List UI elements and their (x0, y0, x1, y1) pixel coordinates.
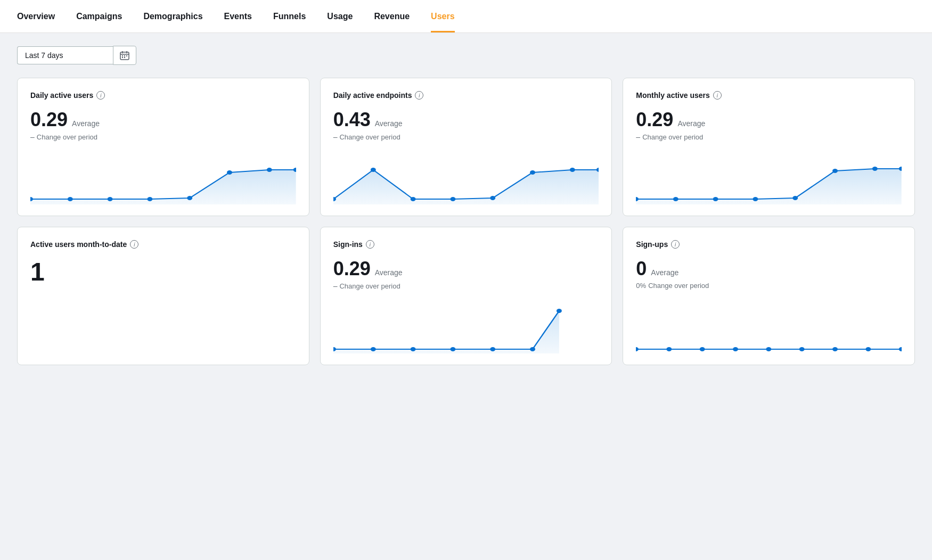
date-input[interactable] (17, 46, 113, 64)
nav-item-events[interactable]: Events (224, 0, 252, 32)
svg-point-47 (733, 347, 738, 351)
svg-point-51 (866, 347, 871, 351)
nav-item-overview[interactable]: Overview (17, 0, 55, 32)
svg-point-52 (899, 347, 902, 351)
card-value-daily-active-endpoints: 0.43 Average (333, 110, 599, 129)
date-filter-row (17, 46, 915, 65)
calendar-button[interactable] (113, 46, 136, 65)
svg-point-34 (872, 167, 878, 171)
cards-grid: Daily active users i 0.29 Average – Chan… (17, 78, 915, 365)
card-change-daily-active-endpoints: – Change over period (333, 133, 599, 141)
card-title-sign-ups: Sign-ups i (636, 240, 902, 249)
info-icon-sign-ups[interactable]: i (671, 240, 680, 249)
chart-daily-active-users (30, 150, 296, 207)
svg-point-39 (410, 347, 415, 351)
chart-sign-ins (333, 299, 599, 356)
card-change-sign-ups: 0% Change over period (636, 282, 902, 290)
svg-point-12 (108, 197, 113, 201)
card-value-daily-active-users: 0.29 Average (30, 110, 296, 129)
nav-item-revenue[interactable]: Revenue (374, 0, 410, 32)
svg-marker-36 (333, 311, 559, 353)
svg-point-40 (450, 347, 455, 351)
svg-point-21 (410, 197, 415, 201)
svg-point-48 (766, 347, 772, 351)
card-value-monthly-active-users: 0.29 Average (636, 110, 902, 129)
svg-point-30 (713, 197, 718, 201)
main-content: Daily active users i 0.29 Average – Chan… (0, 33, 932, 378)
svg-point-50 (832, 347, 838, 351)
card-monthly-active-users: Monthly active users i 0.29 Average – Ch… (623, 78, 915, 216)
svg-point-45 (667, 347, 672, 351)
svg-point-22 (450, 197, 455, 201)
svg-point-41 (490, 347, 495, 351)
svg-point-14 (187, 196, 192, 200)
info-icon-monthly-active-users[interactable]: i (713, 91, 722, 100)
card-title-active-users-mtd: Active users month-to-date i (30, 240, 296, 249)
nav-item-users[interactable]: Users (431, 0, 454, 32)
top-navigation: Overview Campaigns Demographics Events F… (0, 0, 932, 33)
svg-rect-7 (122, 57, 123, 58)
svg-point-49 (799, 347, 805, 351)
nav-item-usage[interactable]: Usage (327, 0, 353, 32)
card-sign-ups: Sign-ups i 0 Average 0% Change over peri… (623, 227, 915, 365)
svg-point-15 (227, 170, 232, 175)
info-icon-daily-active-endpoints[interactable]: i (415, 91, 423, 100)
card-title-daily-active-endpoints: Daily active endpoints i (333, 91, 599, 100)
svg-point-16 (267, 168, 272, 172)
svg-point-13 (147, 197, 152, 201)
svg-point-46 (700, 347, 705, 351)
svg-point-42 (530, 347, 535, 351)
card-title-sign-ins: Sign-ins i (333, 240, 599, 249)
card-daily-active-endpoints: Daily active endpoints i 0.43 Average – … (320, 78, 612, 216)
info-icon-active-users-mtd[interactable]: i (130, 240, 138, 249)
svg-rect-5 (124, 55, 125, 56)
svg-point-31 (753, 197, 758, 201)
calendar-icon (120, 51, 129, 60)
card-change-sign-ins: – Change over period (333, 282, 599, 290)
card-daily-active-users: Daily active users i 0.29 Average – Chan… (17, 78, 309, 216)
svg-point-38 (370, 347, 375, 351)
card-title-daily-active-users: Daily active users i (30, 91, 296, 100)
chart-sign-ups (636, 298, 902, 356)
svg-point-44 (636, 347, 639, 351)
nav-item-campaigns[interactable]: Campaigns (76, 0, 122, 32)
svg-point-25 (569, 168, 575, 172)
svg-point-32 (793, 196, 798, 200)
card-value-sign-ins: 0.29 Average (333, 259, 599, 278)
svg-point-33 (832, 169, 838, 173)
card-sign-ins: Sign-ins i 0.29 Average – Change over pe… (320, 227, 612, 365)
svg-point-29 (673, 197, 678, 201)
info-icon-sign-ins[interactable]: i (366, 240, 374, 249)
card-active-users-mtd: Active users month-to-date i 1 (17, 227, 309, 365)
nav-item-demographics[interactable]: Demographics (143, 0, 202, 32)
nav-item-funnels[interactable]: Funnels (273, 0, 306, 32)
chart-daily-active-endpoints (333, 150, 599, 207)
card-value-sign-ups: 0 Average (636, 259, 902, 278)
svg-rect-8 (124, 57, 125, 58)
card-title-monthly-active-users: Monthly active users i (636, 91, 902, 100)
card-change-monthly-active-users: – Change over period (636, 133, 902, 141)
card-change-daily-active-users: – Change over period (30, 133, 296, 141)
chart-monthly-active-users (636, 150, 902, 207)
svg-point-43 (557, 309, 562, 313)
svg-rect-6 (126, 55, 127, 56)
svg-point-24 (530, 170, 535, 175)
card-value-active-users-mtd: 1 (30, 259, 296, 285)
svg-point-11 (68, 197, 73, 201)
svg-point-20 (370, 168, 375, 172)
svg-rect-4 (122, 55, 123, 56)
svg-point-23 (490, 196, 495, 200)
info-icon-daily-active-users[interactable]: i (96, 91, 105, 100)
